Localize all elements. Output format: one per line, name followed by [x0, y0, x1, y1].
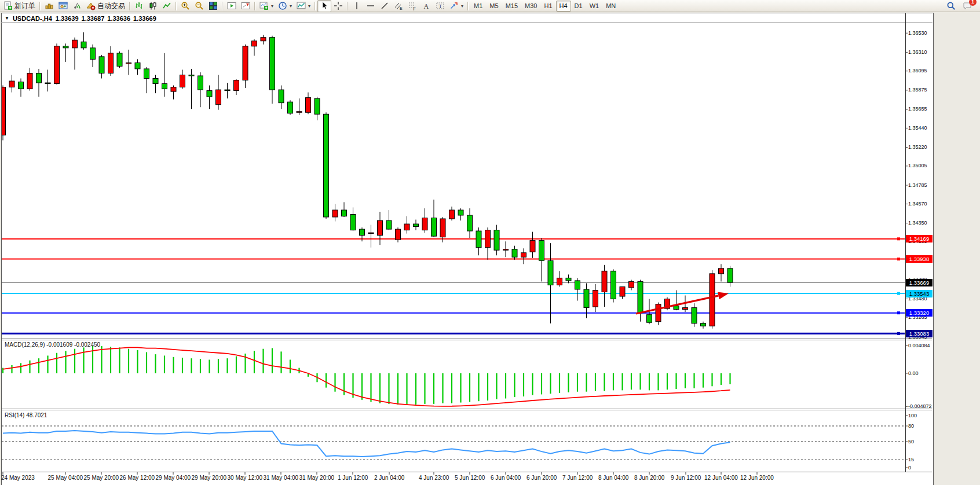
toolbar-text-button[interactable]: A: [419, 0, 433, 12]
toolbar-fibonacci-button[interactable]: F: [405, 0, 419, 12]
timeframe-m1-button[interactable]: M1: [470, 1, 486, 12]
rsi-tick-0: 0: [908, 465, 911, 471]
toolbar-zoom-out-button[interactable]: [192, 0, 206, 12]
toolbar-crosshair-button[interactable]: [331, 0, 345, 12]
trend-line-icon: [380, 1, 389, 10]
toolbar-line-chart-type-button[interactable]: [160, 0, 174, 12]
timeframe-w1-button[interactable]: W1: [586, 1, 603, 12]
text-label-icon: T: [436, 1, 445, 10]
toolbar-equidistant-channel-button[interactable]: E: [392, 0, 405, 12]
time-tick-label: 12 Jun 04:00: [704, 475, 738, 481]
price-pane: [1, 16, 905, 335]
time-tick-label: 6 Jun 20:00: [526, 475, 557, 481]
timeframe-d1-button[interactable]: D1: [571, 1, 586, 12]
profiles-dropdown-caret-icon[interactable]: ▾: [290, 3, 292, 9]
autotrade-icon: [86, 1, 96, 10]
svg-text:T: T: [439, 3, 443, 9]
price-tick-1.34350: 1.34350: [908, 220, 927, 226]
timeframe-h4-button[interactable]: H4: [556, 1, 571, 12]
timeframe-h1-button[interactable]: H1: [540, 1, 555, 12]
chart-canvas[interactable]: [0, 0, 980, 485]
ohlc-open: 1.33639: [56, 15, 79, 22]
toolbar-market-watch-button[interactable]: [42, 0, 56, 12]
toolbar-separator: [347, 2, 348, 10]
toolbar-chart-shift-button[interactable]: [239, 0, 253, 12]
timeframe-m5-button[interactable]: M5: [486, 1, 502, 12]
time-tick-label: 6 Jun 04:00: [491, 475, 521, 481]
time-tick-label: 8 Jun 04:00: [598, 475, 628, 481]
time-tick-label: 24 May 2023: [1, 475, 35, 481]
toolbar-autotrade-button[interactable]: 自动交易: [84, 0, 127, 12]
price-tick-1.34785: 1.34785: [908, 182, 927, 188]
price-tick-1.35875: 1.35875: [908, 87, 927, 93]
time-tick-label: 30 May 12:00: [228, 475, 263, 481]
time-tick-label: 25 May 20:00: [84, 475, 119, 481]
toolbar-vertical-line-button[interactable]: [350, 0, 364, 12]
toolbar-new-chart-button[interactable]: ▾: [257, 0, 276, 12]
toolbar-separator: [254, 2, 255, 10]
current-price-badge: 1.33669: [906, 279, 933, 286]
arrows-dropdown-caret-icon[interactable]: ▾: [461, 3, 463, 9]
price-line-badge-1.34169: 1.34169: [906, 235, 933, 242]
time-tick-label: 1 Jun 12:00: [338, 475, 368, 481]
price-tick-1.35220: 1.35220: [908, 144, 927, 150]
timeframe-m30-button[interactable]: M30: [521, 1, 540, 12]
toolbar-chat-button[interactable]: 1: [960, 0, 974, 12]
time-tick-label: 31 May 20:00: [299, 475, 335, 481]
toolbar-buttons: 新订单自动交易▾▾▾EFAT▾M1M5M15M30H1H4D1W1MN: [1, 0, 619, 12]
chart-shift-marker[interactable]: [703, 16, 708, 20]
toolbar-tile-windows-button[interactable]: [206, 0, 220, 12]
crosshair-icon: [334, 1, 343, 10]
rsi-tick-15: 15: [908, 457, 914, 462]
macd-tick-0.00: 0.00: [908, 370, 919, 376]
price-line-badge-1.33543: 1.33543: [906, 290, 933, 297]
toolbar-trend-line-button[interactable]: [378, 0, 392, 12]
time-tick-label: 29 May 20:00: [192, 475, 227, 481]
toolbar-new-order-button[interactable]: 新订单: [1, 0, 38, 12]
toolbar-zoom-in-button[interactable]: [178, 0, 192, 12]
chart-symbol-timeframe: USDCAD-,H4: [13, 15, 52, 22]
price-tick-1.36310: 1.36310: [908, 49, 927, 55]
price-tick-1.35655: 1.35655: [908, 106, 927, 112]
time-tick-label: 7 Jun 12:00: [562, 475, 593, 481]
chart-ohlc: 1.33639 1.33687 1.33636 1.33669: [56, 15, 156, 22]
price-tick-1.35440: 1.35440: [908, 125, 927, 131]
toolbar-cursor-button[interactable]: [317, 0, 331, 12]
timeframe-m15-button[interactable]: M15: [502, 1, 521, 12]
toolbar-auto-scroll-button[interactable]: [225, 0, 239, 12]
toolbar-right-icons: 1: [944, 0, 974, 12]
new-chart-dropdown-caret-icon[interactable]: ▾: [271, 3, 273, 9]
macd-value-main: -0.001609: [46, 341, 72, 348]
toolbar-indicators-button[interactable]: ▾: [294, 0, 313, 12]
collapse-triangle-icon[interactable]: ▼: [5, 16, 9, 21]
price-line-badge-1.33083: 1.33083: [906, 330, 933, 337]
toolbar-arrows-button[interactable]: ▾: [447, 0, 466, 12]
toolbar-bar-chart-type-button[interactable]: [132, 0, 146, 12]
time-tick-label: 9 Jun 12:00: [671, 475, 701, 481]
zoom-in-icon: [181, 1, 190, 10]
price-tick-1.35005: 1.35005: [908, 163, 927, 168]
line-chart-type-icon: [162, 1, 171, 10]
vertical-line-icon: [352, 1, 361, 10]
timeframe-mn-button[interactable]: MN: [602, 1, 619, 12]
top-toolbar: 新订单自动交易▾▾▾EFAT▾M1M5M15M30H1H4D1W1MN 1: [0, 0, 980, 12]
ohlc-low: 1.33636: [107, 15, 130, 22]
new-chart-icon: [259, 1, 269, 10]
navigator-icon: [72, 1, 82, 10]
macd-tick-0.004084: 0.004084: [908, 343, 930, 348]
indicators-icon: [297, 1, 306, 10]
toolbar-search-button[interactable]: [944, 0, 958, 12]
toolbar-horizontal-line-button[interactable]: [364, 0, 378, 12]
indicators-dropdown-caret-icon[interactable]: ▾: [308, 3, 310, 9]
toolbar-navigator-button[interactable]: [70, 0, 84, 12]
toolbar-text-label-button[interactable]: T: [433, 0, 447, 12]
toolbar-separator: [315, 2, 316, 10]
data-window-icon: [58, 1, 68, 10]
cursor-icon: [320, 1, 329, 10]
toolbar-data-window-button[interactable]: [56, 0, 70, 12]
auto-scroll-icon: [227, 1, 236, 10]
zoom-out-icon: [195, 1, 204, 10]
toolbar-separator: [467, 2, 469, 10]
toolbar-candle-chart-type-button[interactable]: [146, 0, 160, 12]
toolbar-profiles-button[interactable]: ▾: [276, 0, 294, 12]
